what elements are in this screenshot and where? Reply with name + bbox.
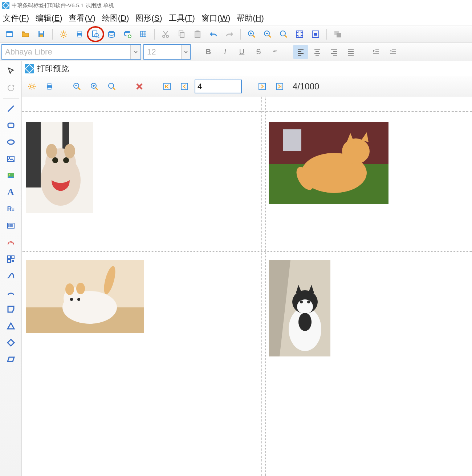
save-button[interactable] bbox=[34, 28, 49, 41]
zoom-out-button[interactable] bbox=[260, 28, 275, 41]
align-justify-button[interactable] bbox=[343, 45, 358, 59]
menu-help[interactable]: 帮助(H) bbox=[237, 13, 264, 24]
preview-zoom-in-button[interactable] bbox=[87, 79, 102, 94]
svg-point-151 bbox=[298, 313, 312, 331]
redo-button[interactable] bbox=[222, 28, 237, 41]
strikethrough-button[interactable]: S bbox=[251, 45, 266, 59]
paste-button[interactable] bbox=[190, 28, 205, 41]
preview-settings-button[interactable] bbox=[25, 79, 39, 94]
image-tool[interactable] bbox=[3, 168, 19, 183]
grid-button[interactable] bbox=[136, 28, 151, 41]
svg-rect-3 bbox=[40, 31, 43, 33]
next-page-button[interactable] bbox=[255, 79, 269, 94]
cut-button[interactable] bbox=[158, 28, 173, 41]
guide-line bbox=[261, 97, 262, 476]
svg-rect-76 bbox=[8, 123, 14, 128]
rounded-rect-tool[interactable] bbox=[3, 117, 19, 133]
line-tool[interactable] bbox=[3, 101, 19, 117]
menu-file[interactable]: 文件(F) bbox=[3, 13, 29, 24]
open-button[interactable] bbox=[18, 28, 33, 41]
fit-page-button[interactable] bbox=[292, 28, 307, 41]
richtext-tool[interactable]: R≡ bbox=[3, 201, 19, 217]
italic-button[interactable]: I bbox=[217, 45, 233, 59]
zoom-fit-button[interactable] bbox=[276, 28, 291, 41]
preview-print-button[interactable] bbox=[42, 79, 57, 94]
font-toolbar: B I U S ᴬᵇ bbox=[0, 43, 472, 61]
rotate-tool[interactable] bbox=[3, 80, 19, 96]
first-page-button[interactable] bbox=[160, 79, 174, 94]
svg-line-40 bbox=[253, 35, 255, 37]
align-center-button[interactable] bbox=[310, 45, 325, 59]
menu-draw[interactable]: 绘图(D) bbox=[102, 13, 129, 24]
arc-barcode-tool[interactable] bbox=[3, 234, 19, 250]
prev-page-button[interactable] bbox=[177, 79, 192, 94]
align-left-button[interactable] bbox=[293, 45, 308, 59]
preview-canvas[interactable] bbox=[22, 97, 472, 476]
print-button[interactable] bbox=[72, 28, 87, 41]
fit-selection-button[interactable] bbox=[308, 28, 323, 41]
last-page-button[interactable] bbox=[272, 79, 287, 94]
svg-rect-15 bbox=[78, 31, 81, 33]
font-size-dropdown[interactable] bbox=[181, 45, 190, 59]
zoom-in-button[interactable] bbox=[244, 28, 259, 41]
svg-point-5 bbox=[62, 33, 65, 36]
font-name-combo[interactable] bbox=[1, 44, 141, 60]
triangle-tool[interactable] bbox=[3, 318, 19, 334]
qrcode-tool[interactable] bbox=[3, 251, 19, 267]
layers-button[interactable] bbox=[330, 28, 345, 41]
database-button[interactable] bbox=[104, 28, 119, 41]
preview-close-button[interactable] bbox=[132, 79, 147, 94]
title-bar: 中琅条码标签打印软件-V6.5.1 试用版 单机 bbox=[0, 0, 472, 11]
underline-button[interactable]: U bbox=[234, 45, 249, 59]
svg-line-103 bbox=[29, 88, 30, 89]
label-image-1 bbox=[26, 122, 93, 213]
svg-point-144 bbox=[77, 298, 80, 301]
label-image-3 bbox=[26, 260, 144, 333]
font-name-dropdown[interactable] bbox=[130, 45, 141, 59]
settings-button[interactable] bbox=[56, 28, 71, 41]
svg-line-44 bbox=[269, 35, 271, 37]
select-tool[interactable] bbox=[3, 63, 19, 79]
polygon-tool[interactable] bbox=[3, 301, 19, 317]
menu-edit[interactable]: 编辑(E) bbox=[36, 13, 62, 24]
svg-rect-93 bbox=[11, 256, 14, 259]
separator bbox=[3, 98, 19, 98]
parallelogram-tool[interactable] bbox=[3, 351, 19, 367]
new-button[interactable] bbox=[2, 28, 17, 41]
svg-rect-95 bbox=[12, 260, 14, 262]
menu-shape[interactable]: 图形(S) bbox=[135, 13, 162, 24]
align-right-button[interactable] bbox=[326, 45, 342, 59]
database-add-button[interactable] bbox=[120, 28, 135, 41]
bold-button[interactable]: B bbox=[201, 45, 216, 59]
svg-point-143 bbox=[70, 298, 73, 301]
diamond-tool[interactable] bbox=[3, 335, 19, 351]
preview-zoom-out-button[interactable] bbox=[70, 79, 84, 94]
image-frame-tool[interactable] bbox=[3, 151, 19, 167]
preview-zoom-fit-button[interactable] bbox=[105, 79, 119, 94]
copy-button[interactable] bbox=[174, 28, 189, 41]
text-tool[interactable]: A bbox=[3, 184, 19, 200]
font-size-combo[interactable] bbox=[143, 44, 191, 60]
svg-rect-16 bbox=[78, 35, 81, 37]
window-title: 中琅条码标签打印软件-V6.5.1 试用版 单机 bbox=[12, 2, 114, 9]
svg-rect-4 bbox=[40, 35, 43, 37]
ellipse-tool[interactable] bbox=[3, 134, 19, 150]
menu-window[interactable]: 窗口(W) bbox=[202, 13, 230, 24]
indent-dec-button[interactable] bbox=[385, 45, 400, 59]
menu-tool[interactable]: 工具(T) bbox=[169, 13, 195, 24]
page-counter: 4/1000 bbox=[293, 81, 319, 92]
indent-inc-button[interactable] bbox=[369, 45, 384, 59]
preview-title: 打印预览 bbox=[37, 63, 69, 74]
arc-tool[interactable] bbox=[3, 285, 19, 300]
superscript-button[interactable]: ᴬᵇ bbox=[268, 45, 283, 59]
print-preview-button[interactable] bbox=[88, 28, 103, 41]
font-name-input[interactable] bbox=[2, 45, 130, 59]
menu-view[interactable]: 查看(V) bbox=[69, 13, 95, 24]
undo-button[interactable] bbox=[206, 28, 221, 41]
page-input[interactable] bbox=[195, 80, 242, 93]
barcode-tool[interactable] bbox=[3, 218, 19, 234]
font-size-input[interactable] bbox=[144, 45, 181, 59]
separator bbox=[52, 29, 53, 40]
curve-tool[interactable] bbox=[3, 268, 19, 284]
svg-point-150 bbox=[307, 300, 310, 303]
